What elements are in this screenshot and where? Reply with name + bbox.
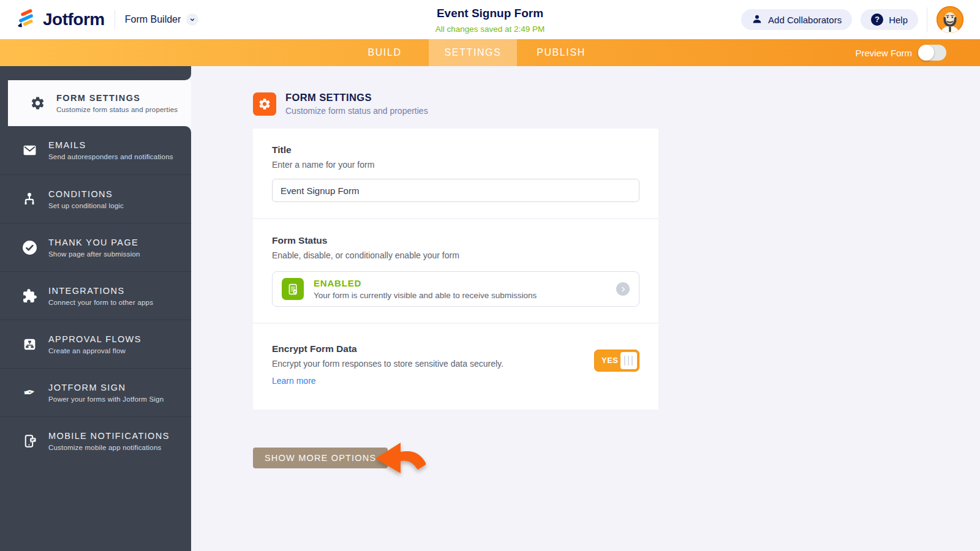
sidebar-item-subtitle: Create an approval flow: [48, 347, 141, 354]
sidebar-item-conditions[interactable]: CONDITIONS Set up conditional logic: [0, 174, 191, 223]
sidebar-item-label: EMAILS: [48, 140, 173, 150]
envelope-icon: [20, 143, 39, 158]
section-title: FORM SETTINGS: [285, 92, 428, 103]
encrypt-description: Encrypt your form responses to store sen…: [272, 359, 503, 369]
title-label: Title: [272, 144, 639, 156]
check-circle-icon: [20, 240, 39, 255]
encrypt-form-data-card: Encrypt Form Data Encrypt your form resp…: [253, 324, 658, 410]
question-mark-icon: ?: [871, 13, 883, 26]
tab-settings[interactable]: SETTINGS: [429, 39, 517, 66]
sidebar-item-label: THANK YOU PAGE: [48, 238, 140, 247]
help-label: Help: [889, 15, 908, 25]
toggle-value-label: YES: [601, 350, 619, 371]
builder-tabs: BUILD SETTINGS PUBLISH: [341, 39, 605, 66]
toggle-knob: [918, 45, 934, 61]
app-header: Jotform Form Builder Event Signup Form A…: [0, 0, 980, 39]
mobile-chat-icon: [20, 433, 39, 449]
header-divider: [115, 10, 115, 29]
add-collaborators-button[interactable]: Add Collaborators: [741, 9, 852, 30]
form-status-label: Form Status: [272, 235, 639, 246]
sidebar-item-label: CONDITIONS: [48, 189, 124, 199]
title-description: Enter a name for your form: [272, 160, 639, 170]
form-title-block: Event Signup Form All changes saved at 2…: [435, 7, 545, 34]
jotform-logo[interactable]: Jotform: [15, 7, 105, 32]
chevron-right-icon[interactable]: [616, 282, 630, 296]
user-avatar[interactable]: [936, 6, 964, 34]
sidebar-item-label: JOTFORM SIGN: [48, 383, 164, 392]
settings-main-panel: FORM SETTINGS Customize form status and …: [191, 66, 980, 551]
status-badge: ENABLED: [314, 278, 537, 288]
sidebar-item-subtitle: Connect your form to other apps: [48, 299, 153, 306]
preview-form-toggle[interactable]: [918, 45, 946, 61]
gear-icon: [253, 92, 276, 116]
sidebar-top-strip: [0, 66, 191, 80]
encrypt-label: Encrypt Form Data: [272, 343, 503, 354]
tab-publish[interactable]: PUBLISH: [517, 39, 605, 66]
sitemap-icon: [20, 192, 39, 206]
autosave-status: All changes saved at 2:49 PM: [435, 24, 545, 34]
sidebar-item-subtitle: Send autoresponders and notifications: [48, 153, 173, 160]
form-status-description: Enable, disable, or conditionally enable…: [272, 250, 639, 260]
workflow-icon: [20, 337, 39, 352]
add-collaborators-label: Add Collaborators: [768, 15, 842, 25]
product-name: Form Builder: [125, 14, 181, 25]
show-more-options-button[interactable]: SHOW MORE OPTIONS: [253, 448, 388, 468]
puzzle-icon: [20, 288, 39, 304]
sidebar-item-mobile-notifications[interactable]: MOBILE NOTIFICATIONS Customize mobile ap…: [0, 416, 191, 465]
sidebar-items: EMAILS Send autoresponders and notificat…: [0, 126, 191, 551]
title-card: Title Enter a name for your form: [253, 129, 658, 218]
sidebar-item-subtitle: Set up conditional logic: [48, 202, 124, 209]
jotform-logo-icon: [15, 7, 37, 32]
sidebar-item-approval-flows[interactable]: APPROVAL FLOWS Create an approval flow: [0, 320, 191, 368]
section-subtitle: Customize form status and properties: [285, 106, 428, 116]
enabled-form-icon: [282, 278, 304, 300]
sidebar-item-subtitle: Customize mobile app notifications: [48, 444, 170, 451]
page-title[interactable]: Event Signup Form: [435, 7, 545, 20]
sidebar-item-label: MOBILE NOTIFICATIONS: [48, 431, 170, 441]
form-builder-dropdown[interactable]: Form Builder: [125, 13, 199, 26]
brand-name: Jotform: [43, 10, 105, 29]
form-status-card: Form Status Enable, disable, or conditio…: [253, 219, 658, 323]
sidebar-item-form-settings[interactable]: FORM SETTINGS Customize form status and …: [8, 80, 191, 126]
sidebar-item-subtitle: Show page after submission: [48, 250, 140, 258]
sidebar-item-subtitle: Power your forms with Jotform Sign: [48, 395, 164, 403]
fountain-pen-icon: ✒: [20, 386, 39, 400]
learn-more-link[interactable]: Learn more: [272, 376, 316, 386]
header-divider: [927, 7, 927, 32]
sidebar-item-label: INTEGRATIONS: [48, 286, 153, 296]
chevron-down-icon: [186, 13, 198, 26]
preview-form-label: Preview Form: [855, 48, 912, 58]
form-status-selector[interactable]: ENABLED Your form is currently visible a…: [272, 271, 639, 307]
encrypt-toggle[interactable]: YES: [594, 350, 639, 372]
sidebar-item-emails[interactable]: EMAILS Send autoresponders and notificat…: [0, 126, 191, 174]
status-description: Your form is currently visible and able …: [314, 291, 537, 300]
tab-build[interactable]: BUILD: [341, 39, 429, 66]
help-button[interactable]: ? Help: [861, 9, 918, 30]
form-title-input[interactable]: [272, 179, 639, 202]
builder-navbar: BUILD SETTINGS PUBLISH Preview Form: [0, 39, 980, 66]
gear-icon: [28, 96, 47, 111]
sidebar-item-integrations[interactable]: INTEGRATIONS Connect your form to other …: [0, 271, 191, 320]
sidebar-item-subtitle: Customize form status and properties: [56, 106, 178, 113]
person-icon: [752, 13, 763, 26]
settings-sidebar: FORM SETTINGS Customize form status and …: [0, 66, 191, 551]
sidebar-item-jotform-sign[interactable]: ✒ JOTFORM SIGN Power your forms with Jot…: [0, 368, 191, 416]
sidebar-item-label: FORM SETTINGS: [56, 93, 178, 103]
sidebar-item-label: APPROVAL FLOWS: [48, 334, 141, 344]
toggle-knob: [620, 352, 637, 369]
sidebar-item-thank-you-page[interactable]: THANK YOU PAGE Show page after submissio…: [0, 223, 191, 271]
